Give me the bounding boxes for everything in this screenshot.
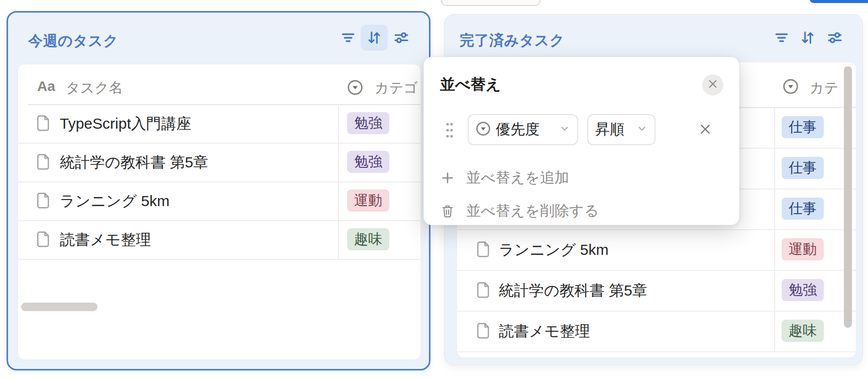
view-settings-button[interactable] [391,27,412,49]
category-badge: 仕事 [782,116,824,138]
task-title: 統計学の教科書 第5章 [499,280,647,301]
page-icon [37,193,51,211]
select-property-icon [783,78,799,97]
sort-arrows-icon [800,30,816,46]
page-icon [37,115,51,133]
table-row[interactable]: ランニング 5km 運動 [457,229,856,271]
sort-arrows-icon [366,30,382,46]
page-icon [477,241,491,259]
sort-order-select[interactable]: 昇順 [587,114,656,145]
add-sort-button[interactable]: 並べ替えを追加 [440,164,723,192]
select-property-icon [347,79,363,98]
table-row[interactable]: 読書メモ整理 趣味 [18,220,420,260]
task-title: 読書メモ整理 [499,321,590,342]
chevron-down-icon [636,123,647,136]
delete-sort-label: 並べ替えを削除する [466,201,599,221]
task-title: TypeScript入門講座 [60,114,191,134]
sort-button[interactable] [361,25,388,51]
page-icon [477,323,491,341]
x-icon [699,123,712,138]
category-badge: 勉強 [347,151,389,173]
category-badge: 趣味 [782,320,824,342]
category-badge: 仕事 [782,198,824,220]
drag-handle-icon[interactable] [445,121,455,140]
category-badge: 運動 [782,238,824,260]
add-sort-label: 並べ替えを追加 [466,168,569,188]
task-title: 読書メモ整理 [60,230,151,250]
category-badge: 運動 [347,190,389,212]
page-icon [477,282,491,300]
delete-sort-button[interactable]: 並べ替えを削除する [440,197,723,225]
category-badge: 勉強 [347,112,389,134]
chevron-down-icon [559,123,570,136]
close-button[interactable] [702,74,723,96]
page: 今週のタスク Aa タスク名 カテゴ [0,0,868,379]
close-icon [707,78,718,91]
plus-icon [440,171,455,185]
table-row[interactable]: 統計学の教科書 第5章 勉強 [18,143,420,182]
sort-order-value: 昇順 [595,120,624,140]
vertical-scrollbar-thumb[interactable] [844,66,852,328]
task-title: ランニング 5km [499,240,609,260]
horizontal-scrollbar-thumb[interactable] [21,303,97,311]
sort-field-select[interactable]: 優先度 [468,114,578,145]
category-badge: 勉強 [782,279,824,301]
sort-button[interactable] [797,27,818,49]
trash-icon [440,204,455,218]
page-icon [37,154,51,172]
category-badge: 仕事 [782,157,824,179]
sort-popup-title: 並べ替え [440,74,501,95]
sort-field-value: 優先度 [496,120,539,140]
table-row[interactable]: 読書メモ整理 趣味 [457,311,856,352]
filter-button[interactable] [338,27,359,49]
sliders-icon [393,30,409,46]
cutoff-primary-button[interactable] [810,0,868,3]
cutoff-toolbar-pill[interactable] [441,0,540,6]
task-title: ランニング 5km [60,191,170,212]
sort-popup: 並べ替え 優先度 昇順 [423,57,739,225]
filter-lines-icon [341,30,356,45]
panel-title: 今週のタスク [28,31,119,51]
table-row[interactable]: 統計学の教科書 第5章 勉強 [457,270,856,312]
table-row[interactable]: ランニング 5km 運動 [18,181,420,221]
table-row[interactable]: TypeScript入門講座 勉強 [18,104,420,144]
column-header-category[interactable]: カテ [810,78,838,98]
text-property-icon: Aa [37,78,55,94]
column-header-task-name[interactable]: タスク名 [66,78,123,98]
view-settings-button[interactable] [824,27,845,49]
panel-title: 完了済みタスク [460,31,565,51]
table-this-week: Aa タスク名 カテゴ TypeScript入門講座 勉強 統計学の教科書 第5… [18,64,421,360]
select-property-icon [476,121,491,138]
filter-button[interactable] [771,27,792,49]
column-header-category[interactable]: カテゴ [375,78,418,98]
page-icon [37,231,51,249]
filter-lines-icon [774,30,789,45]
sliders-icon [827,30,843,46]
remove-sort-rule-button[interactable] [696,121,715,140]
category-badge: 趣味 [347,228,389,250]
task-title: 統計学の教科書 第5章 [60,152,208,173]
